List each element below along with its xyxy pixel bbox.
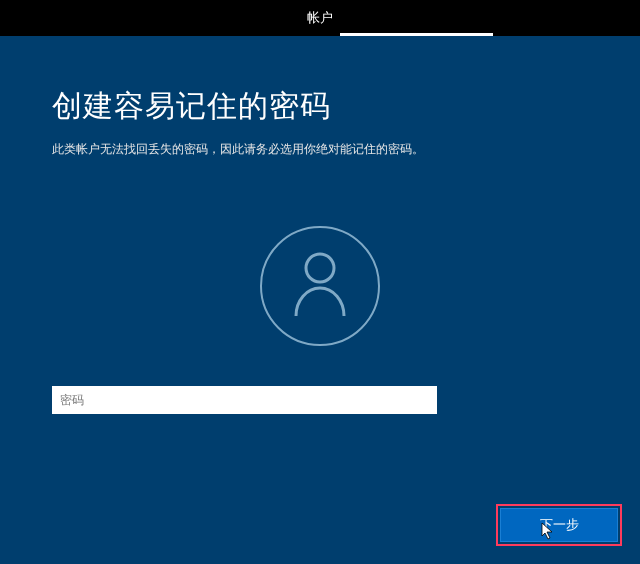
user-icon <box>290 250 350 322</box>
svg-point-0 <box>306 254 334 282</box>
user-avatar-circle <box>260 226 380 346</box>
page-subtitle: 此类帐户无法找回丢失的密码，因此请务必选用你绝对能记住的密码。 <box>52 141 588 158</box>
next-button-highlight: 下一步 <box>496 504 622 546</box>
tab-account[interactable]: 帐户 <box>307 9 333 27</box>
main-content: 创建容易记住的密码 此类帐户无法找回丢失的密码，因此请务必选用你绝对能记住的密码… <box>0 36 640 414</box>
password-input[interactable] <box>52 386 437 414</box>
next-button[interactable]: 下一步 <box>500 508 618 542</box>
page-title: 创建容易记住的密码 <box>52 86 588 127</box>
avatar-container <box>52 226 588 346</box>
tab-underline <box>340 33 493 36</box>
next-button-label: 下一步 <box>540 516 579 534</box>
top-bar: 帐户 <box>0 0 640 36</box>
